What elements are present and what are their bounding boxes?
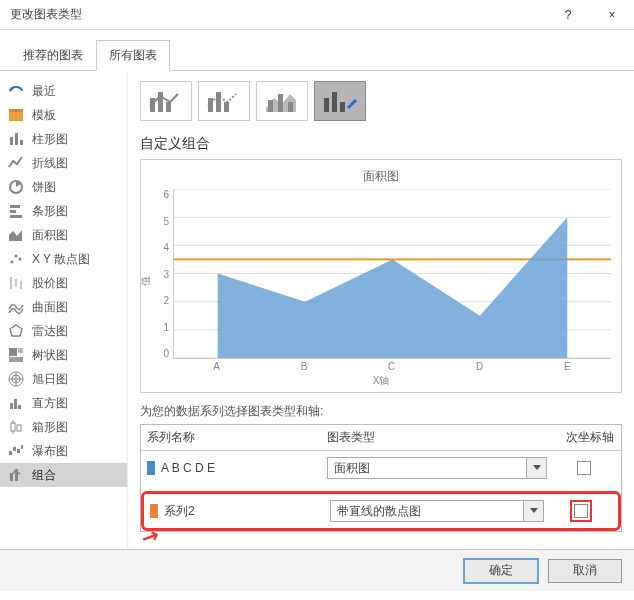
combo-icon bbox=[148, 88, 184, 114]
sidebar-item-label: 模板 bbox=[32, 107, 56, 124]
sidebar-item-12[interactable]: 旭日图 bbox=[0, 367, 127, 391]
combo-custom-icon bbox=[322, 88, 358, 114]
sidebar-item-15[interactable]: 瀑布图 bbox=[0, 439, 127, 463]
series-name: A B C D E bbox=[161, 461, 321, 475]
combo-icon bbox=[206, 88, 242, 114]
titlebar: 更改图表类型 ? × bbox=[0, 0, 634, 30]
chart-type-icon bbox=[8, 275, 24, 291]
sidebar-item-2[interactable]: 柱形图 bbox=[0, 127, 127, 151]
svg-rect-30 bbox=[13, 447, 16, 451]
sidebar-item-1[interactable]: 模板 bbox=[0, 103, 127, 127]
x-axis: ABCDE bbox=[173, 361, 611, 372]
chart-type-icon bbox=[8, 347, 24, 363]
series-swatch bbox=[147, 461, 155, 475]
svg-rect-3 bbox=[15, 133, 18, 145]
svg-rect-7 bbox=[10, 210, 16, 213]
variant-row bbox=[140, 81, 622, 121]
y-axis-label: 值 bbox=[139, 276, 153, 286]
section-title: 自定义组合 bbox=[140, 135, 622, 153]
sidebar-item-label: 曲面图 bbox=[32, 299, 68, 316]
chart-type-icon bbox=[8, 395, 24, 411]
sidebar-item-6[interactable]: 面积图 bbox=[0, 223, 127, 247]
chart-preview: 面积图 值 6543210 ABCDE X轴 bbox=[140, 159, 622, 393]
series-type-select[interactable]: 面积图 bbox=[327, 457, 547, 479]
chart-plot bbox=[173, 189, 611, 359]
svg-rect-40 bbox=[224, 102, 229, 112]
series-header: 系列名称 图表类型 次坐标轴 bbox=[141, 425, 621, 451]
sidebar-item-label: 条形图 bbox=[32, 203, 68, 220]
window-title: 更改图表类型 bbox=[10, 6, 546, 23]
sidebar-item-label: 瀑布图 bbox=[32, 443, 68, 460]
svg-rect-15 bbox=[9, 348, 17, 356]
chart-type-icon bbox=[8, 251, 24, 267]
col-name-header: 系列名称 bbox=[141, 425, 321, 450]
svg-rect-0 bbox=[9, 111, 23, 121]
svg-rect-42 bbox=[278, 94, 283, 112]
chart-type-icon bbox=[8, 155, 24, 171]
chart-type-sidebar: 最近模板柱形图折线图饼图条形图面积图X Y 散点图股价图曲面图雷达图树状图旭日图… bbox=[0, 71, 128, 549]
svg-rect-36 bbox=[158, 92, 163, 112]
chart-type-icon bbox=[8, 131, 24, 147]
chart-type-icon bbox=[8, 443, 24, 459]
help-button[interactable]: ? bbox=[546, 0, 590, 30]
svg-rect-17 bbox=[9, 357, 23, 362]
sidebar-item-10[interactable]: 雷达图 bbox=[0, 319, 127, 343]
sidebar-item-label: 旭日图 bbox=[32, 371, 68, 388]
sidebar-item-0[interactable]: 最近 bbox=[0, 79, 127, 103]
sidebar-item-4[interactable]: 饼图 bbox=[0, 175, 127, 199]
sidebar-item-14[interactable]: 箱形图 bbox=[0, 415, 127, 439]
sidebar-item-7[interactable]: X Y 散点图 bbox=[0, 247, 127, 271]
variant-2[interactable] bbox=[198, 81, 250, 121]
svg-rect-8 bbox=[10, 215, 22, 218]
chart-type-icon bbox=[8, 467, 24, 483]
ok-button[interactable]: 确定 bbox=[464, 559, 538, 583]
svg-rect-25 bbox=[11, 423, 15, 431]
svg-rect-4 bbox=[20, 140, 23, 145]
sidebar-item-16[interactable]: 组合 bbox=[0, 463, 127, 487]
sidebar-item-label: 股价图 bbox=[32, 275, 68, 292]
sidebar-item-label: 雷达图 bbox=[32, 323, 68, 340]
chart-type-icon bbox=[8, 203, 24, 219]
chart-type-icon bbox=[8, 419, 24, 435]
dialog-footer: 确定 取消 bbox=[0, 549, 634, 591]
sidebar-item-label: 最近 bbox=[32, 83, 56, 100]
sidebar-item-5[interactable]: 条形图 bbox=[0, 199, 127, 223]
svg-rect-31 bbox=[17, 449, 20, 453]
sidebar-item-label: 柱形图 bbox=[32, 131, 68, 148]
variant-4-selected[interactable] bbox=[314, 81, 366, 121]
sidebar-item-13[interactable]: 直方图 bbox=[0, 391, 127, 415]
sidebar-item-label: 面积图 bbox=[32, 227, 68, 244]
svg-rect-45 bbox=[332, 92, 337, 112]
series-row-2-highlighted: 系列2 带直线的散点图 bbox=[141, 491, 621, 531]
tab-recommended[interactable]: 推荐的图表 bbox=[10, 40, 96, 71]
close-button[interactable]: × bbox=[590, 0, 634, 30]
sidebar-item-3[interactable]: 折线图 bbox=[0, 151, 127, 175]
combo-icon bbox=[264, 88, 300, 114]
series-name: 系列2 bbox=[164, 503, 324, 520]
svg-rect-6 bbox=[10, 205, 20, 208]
variant-1[interactable] bbox=[140, 81, 192, 121]
svg-point-11 bbox=[19, 258, 22, 261]
svg-point-9 bbox=[11, 261, 14, 264]
svg-rect-39 bbox=[216, 92, 221, 112]
chart-title: 面积图 bbox=[151, 168, 611, 185]
secondary-axis-checkbox[interactable] bbox=[577, 461, 591, 475]
sidebar-item-8[interactable]: 股价图 bbox=[0, 271, 127, 295]
sidebar-item-label: X Y 散点图 bbox=[32, 251, 90, 268]
chart-type-icon bbox=[8, 179, 24, 195]
secondary-axis-checkbox[interactable] bbox=[574, 504, 588, 518]
sidebar-item-label: 树状图 bbox=[32, 347, 68, 364]
series-type-select[interactable]: 带直线的散点图 bbox=[330, 500, 544, 522]
tab-all[interactable]: 所有图表 bbox=[96, 40, 170, 71]
sidebar-item-label: 饼图 bbox=[32, 179, 56, 196]
sidebar-item-9[interactable]: 曲面图 bbox=[0, 295, 127, 319]
svg-rect-29 bbox=[9, 451, 12, 455]
sidebar-item-11[interactable]: 树状图 bbox=[0, 343, 127, 367]
chart-type-icon bbox=[8, 371, 24, 387]
svg-rect-44 bbox=[324, 98, 329, 112]
series-swatch bbox=[150, 504, 158, 518]
sidebar-item-label: 折线图 bbox=[32, 155, 68, 172]
series-table: 系列名称 图表类型 次坐标轴 A B C D E 面积图 bbox=[140, 424, 622, 532]
cancel-button[interactable]: 取消 bbox=[548, 559, 622, 583]
variant-3[interactable] bbox=[256, 81, 308, 121]
